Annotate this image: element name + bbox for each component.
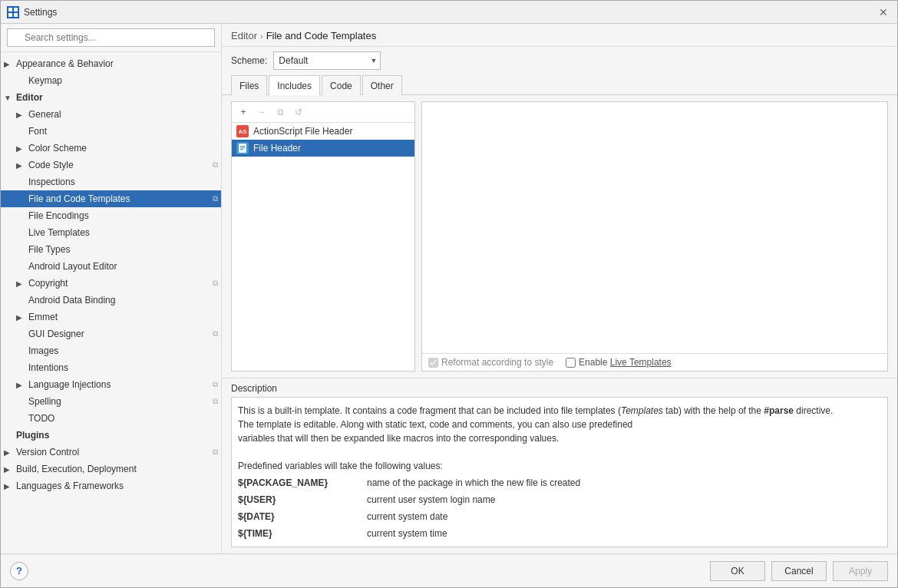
sidebar-item-language-injections[interactable]: ▶ Language Injections ⧉ bbox=[1, 376, 221, 393]
sidebar-item-label: File Types bbox=[28, 244, 70, 255]
reformat-checkbox-label: Reformat according to style bbox=[428, 357, 553, 368]
ok-button[interactable]: OK bbox=[710, 561, 765, 581]
sidebar-item-gui-designer[interactable]: GUI Designer ⧉ bbox=[1, 325, 221, 342]
sidebar-item-appearance-behavior[interactable]: ▶ Appearance & Behavior bbox=[1, 55, 221, 72]
reformat-label: Reformat according to style bbox=[441, 357, 553, 368]
live-templates-link[interactable]: Live Templates bbox=[610, 357, 672, 368]
var-desc: name of the package in which the new fil… bbox=[367, 476, 580, 490]
bottom-bar: ? OK Cancel Apply bbox=[1, 553, 897, 587]
copy-icon: ⧉ bbox=[213, 329, 218, 339]
sidebar-item-label: Font bbox=[28, 126, 47, 137]
collapse-arrow: ▶ bbox=[16, 111, 28, 119]
sidebar-item-label: GUI Designer bbox=[28, 329, 84, 339]
sidebar-item-copyright[interactable]: ▶ Copyright ⧉ bbox=[1, 275, 221, 292]
sidebar-item-version-control[interactable]: ▶ Version Control ⧉ bbox=[1, 444, 221, 461]
live-templates-checkbox-label[interactable]: Enable Live Templates bbox=[566, 357, 672, 368]
collapse-arrow: ▶ bbox=[16, 279, 28, 288]
sidebar-item-languages-frameworks[interactable]: ▶ Languages & Frameworks bbox=[1, 477, 221, 494]
list-item[interactable]: AS ActionScript File Header bbox=[232, 123, 414, 140]
cancel-button[interactable]: Cancel bbox=[771, 561, 827, 581]
svg-rect-3 bbox=[14, 13, 18, 17]
sidebar-item-keymap[interactable]: Keymap bbox=[1, 72, 221, 89]
sidebar-item-color-scheme[interactable]: ▶ Color Scheme bbox=[1, 140, 221, 157]
sidebar-item-label: Images bbox=[28, 345, 58, 356]
code-editor[interactable] bbox=[422, 102, 887, 353]
apply-button[interactable]: Apply bbox=[833, 561, 888, 581]
collapse-arrow: ▶ bbox=[16, 144, 28, 153]
remove-template-button[interactable]: − bbox=[253, 104, 270, 120]
editor-bottom-bar: Reformat according to style Enable Live … bbox=[422, 353, 887, 371]
list-item[interactable]: File Header bbox=[232, 140, 414, 157]
sidebar-item-label: Plugins bbox=[16, 430, 49, 441]
sidebar-item-label: Color Scheme bbox=[28, 143, 87, 154]
sidebar-item-label: Keymap bbox=[28, 75, 62, 86]
tab-code[interactable]: Code bbox=[322, 75, 361, 95]
live-templates-checkbox[interactable] bbox=[566, 358, 576, 368]
reformat-checkbox[interactable] bbox=[428, 358, 438, 368]
sidebar-item-intentions[interactable]: Intentions bbox=[1, 359, 221, 376]
tab-files[interactable]: Files bbox=[231, 75, 267, 95]
add-template-button[interactable]: + bbox=[235, 104, 252, 120]
sidebar-item-android-data-binding[interactable]: Android Data Binding bbox=[1, 292, 221, 309]
copy-icon: ⧉ bbox=[213, 160, 218, 170]
sidebar-item-images[interactable]: Images bbox=[1, 342, 221, 359]
svg-rect-6 bbox=[240, 147, 245, 148]
sidebar-item-general[interactable]: ▶ General bbox=[1, 106, 221, 123]
copy-icon: ⧉ bbox=[213, 279, 218, 288]
collapse-arrow: ▶ bbox=[4, 60, 16, 68]
tab-includes[interactable]: Includes bbox=[269, 75, 320, 95]
help-button[interactable]: ? bbox=[10, 562, 28, 580]
breadcrumb-current: File and Code Templates bbox=[266, 30, 377, 41]
editor-area: Reformat according to style Enable Live … bbox=[421, 101, 888, 372]
collapse-arrow: ▶ bbox=[16, 161, 28, 170]
sidebar-item-live-templates[interactable]: Live Templates bbox=[1, 224, 221, 241]
svg-rect-5 bbox=[240, 146, 245, 147]
scheme-row: Scheme: Default Project ▼ bbox=[222, 47, 897, 74]
copy-template-button[interactable]: ⧉ bbox=[272, 104, 289, 120]
close-button[interactable]: ✕ bbox=[876, 5, 891, 20]
template-list-area: + − ⧉ ↺ AS ActionScript File Header bbox=[231, 101, 415, 372]
tab-other[interactable]: Other bbox=[362, 75, 402, 95]
actionscript-icon: AS bbox=[236, 125, 249, 137]
copy-icon: ⧉ bbox=[213, 380, 218, 389]
sidebar-item-android-layout-editor[interactable]: Android Layout Editor bbox=[1, 258, 221, 275]
sidebar-item-editor[interactable]: ▼ Editor bbox=[1, 89, 221, 106]
sidebar-item-spelling[interactable]: Spelling ⧉ bbox=[1, 393, 221, 410]
sidebar-item-label: Copyright bbox=[28, 278, 68, 289]
var-desc: current system date bbox=[367, 510, 447, 524]
scheme-select-wrapper: Default Project ▼ bbox=[273, 51, 381, 70]
reset-template-button[interactable]: ↺ bbox=[290, 104, 307, 120]
search-input[interactable] bbox=[7, 28, 215, 47]
var-row-date: ${DATE} current system date bbox=[238, 510, 881, 524]
app-icon bbox=[7, 6, 19, 18]
sidebar-item-file-encodings[interactable]: File Encodings bbox=[1, 207, 221, 224]
var-desc: current user system login name bbox=[367, 493, 495, 507]
desc-line3: variables that will then be expanded lik… bbox=[238, 431, 881, 445]
search-wrapper: 🔍 bbox=[7, 28, 215, 47]
description-section: Description This is a built-in template.… bbox=[222, 378, 897, 553]
scheme-select[interactable]: Default Project bbox=[273, 51, 381, 70]
collapse-arrow: ▶ bbox=[16, 381, 28, 389]
window-title: Settings bbox=[24, 7, 57, 18]
nav-tree: ▶ Appearance & Behavior Keymap ▼ Editor … bbox=[1, 52, 221, 553]
sidebar-item-code-style[interactable]: ▶ Code Style ⧉ bbox=[1, 157, 221, 173]
sidebar-item-label: Editor bbox=[16, 92, 43, 103]
var-row-user: ${USER} current user system login name bbox=[238, 493, 881, 507]
sidebar-item-font[interactable]: Font bbox=[1, 123, 221, 140]
desc-italic-templates: Templates bbox=[621, 405, 663, 416]
sidebar-item-inspections[interactable]: Inspections bbox=[1, 173, 221, 190]
sidebar-item-plugins[interactable]: Plugins bbox=[1, 427, 221, 444]
content-area: 🔍 ▶ Appearance & Behavior Keymap ▼ bbox=[1, 24, 897, 553]
template-item-label: ActionScript File Header bbox=[253, 126, 352, 137]
sidebar-item-todo[interactable]: TODO bbox=[1, 410, 221, 427]
dialog-buttons: OK Cancel Apply bbox=[710, 561, 888, 581]
scheme-label: Scheme: bbox=[231, 55, 267, 66]
sidebar: 🔍 ▶ Appearance & Behavior Keymap ▼ bbox=[1, 24, 222, 553]
sidebar-item-build-execution[interactable]: ▶ Build, Execution, Deployment bbox=[1, 461, 221, 477]
desc-line5: Predefined variables will take the follo… bbox=[238, 459, 881, 473]
template-item-label: File Header bbox=[253, 143, 301, 154]
sidebar-item-file-code-templates[interactable]: File and Code Templates ⧉ bbox=[1, 190, 221, 207]
file-header-icon bbox=[236, 142, 249, 154]
sidebar-item-file-types[interactable]: File Types bbox=[1, 241, 221, 258]
sidebar-item-emmet[interactable]: ▶ Emmet bbox=[1, 309, 221, 325]
